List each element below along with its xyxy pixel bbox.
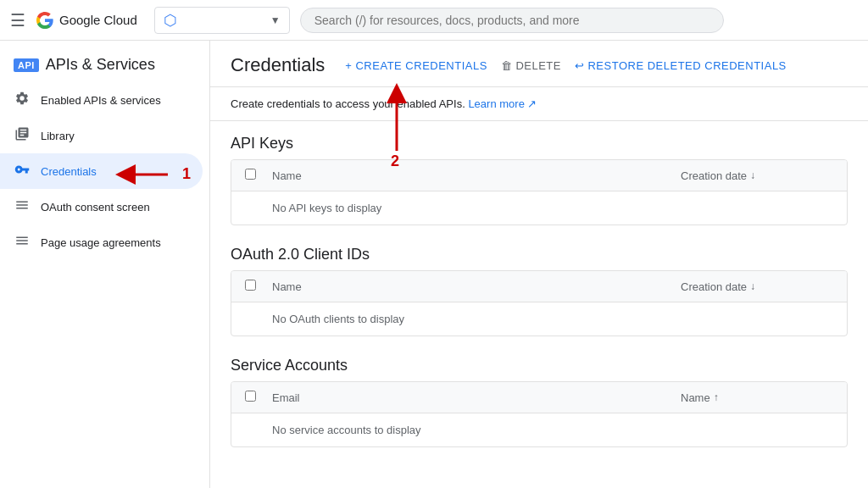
api-badge: API <box>14 58 39 72</box>
api-keys-empty: No API keys to display <box>231 191 847 225</box>
oauth-checkbox[interactable] <box>245 280 256 291</box>
google-logo-icon <box>36 11 54 30</box>
page-usage-icon <box>14 233 31 252</box>
sidebar-item-library[interactable]: Library <box>0 118 203 153</box>
info-bar: Create credentials to access your enable… <box>210 87 868 121</box>
search-input[interactable] <box>300 8 724 33</box>
oauth-clients-empty: No OAuth clients to display <box>231 302 847 336</box>
sidebar-item-label: Credentials <box>41 165 97 178</box>
sort-desc-icon: ↓ <box>750 280 755 292</box>
project-selector[interactable]: ⬡ ▼ <box>154 7 290 34</box>
page-title: Credentials <box>231 54 325 76</box>
service-accounts-table-header: Email Name ↑ <box>231 382 847 413</box>
oauth-clients-table: Name Creation date ↓ No OAuth clients to… <box>231 270 848 336</box>
sidebar-item-label: Page usage agreements <box>41 236 161 249</box>
project-dots-icon: ⬡ <box>164 11 177 30</box>
google-cloud-logo: Google Cloud <box>36 11 137 30</box>
credentials-header: Credentials + CREATE CREDENTIALS 🗑 DELET… <box>210 41 868 87</box>
sidebar-item-enabled-apis[interactable]: Enabled APIs & services <box>0 82 203 118</box>
oauth-clients-title: OAuth 2.0 Client IDs <box>231 232 848 270</box>
api-keys-title: API Keys <box>231 121 848 159</box>
service-accounts-empty: No service accounts to display <box>231 413 847 446</box>
sidebar-item-label: Library <box>41 130 75 142</box>
learn-more-link[interactable]: Learn more ↗ <box>468 97 537 110</box>
topbar: ☰ Google Cloud ⬡ ▼ <box>0 0 868 41</box>
api-keys-date-col[interactable]: Creation date ↓ <box>681 169 833 182</box>
sa-email-col: Email <box>272 391 681 404</box>
service-accounts-title: Service Accounts <box>231 343 848 381</box>
menu-icon[interactable]: ☰ <box>10 10 25 30</box>
api-keys-table-header: Name Creation date ↓ <box>231 160 847 191</box>
sidebar-title: APIs & Services <box>46 56 155 74</box>
api-keys-select-all[interactable] <box>245 169 272 182</box>
main-content: Credentials + CREATE CREDENTIALS 🗑 DELET… <box>210 41 868 488</box>
oauth-icon <box>14 197 31 216</box>
sidebar-header: API APIs & Services <box>0 47 209 82</box>
oauth-select-all[interactable] <box>245 280 272 293</box>
create-credentials-button[interactable]: + CREATE CREDENTIALS <box>345 59 487 72</box>
sort-asc-icon: ↑ <box>714 391 719 403</box>
trash-icon: 🗑 <box>501 59 513 72</box>
restore-button[interactable]: ↩ RESTORE DELETED CREDENTIALS <box>575 59 787 72</box>
sidebar-item-label: OAuth consent screen <box>41 201 150 214</box>
api-keys-section: API Keys Name Creation date ↓ No API key… <box>210 121 868 225</box>
sidebar-item-credentials[interactable]: Credentials <box>0 153 203 189</box>
delete-label: DELETE <box>515 59 561 72</box>
sidebar-item-page-usage[interactable]: Page usage agreements <box>0 225 203 260</box>
oauth-clients-table-header: Name Creation date ↓ <box>231 271 847 302</box>
sa-select-all[interactable] <box>245 391 272 404</box>
oauth-date-col[interactable]: Creation date ↓ <box>681 280 833 293</box>
library-icon <box>14 126 31 145</box>
logo-text: Google Cloud <box>59 13 137 27</box>
service-accounts-section: Service Accounts Email Name ↑ No service… <box>210 343 868 447</box>
oauth-name-col: Name <box>272 280 681 293</box>
sa-checkbox[interactable] <box>245 391 256 402</box>
chevron-down-icon: ▼ <box>270 14 281 26</box>
service-accounts-table: Email Name ↑ No service accounts to disp… <box>231 381 848 447</box>
sidebar-item-oauth-consent[interactable]: OAuth consent screen <box>0 189 203 225</box>
sidebar: API APIs & Services Enabled APIs & servi… <box>0 41 210 488</box>
info-text: Create credentials to access your enable… <box>231 97 465 110</box>
credentials-icon <box>14 162 31 180</box>
settings-icon <box>14 91 31 109</box>
credentials-actions: + CREATE CREDENTIALS 🗑 DELETE ↩ RESTORE … <box>345 59 787 72</box>
sort-desc-icon: ↓ <box>750 169 755 181</box>
api-keys-name-col: Name <box>272 169 681 182</box>
sa-name-col[interactable]: Name ↑ <box>681 391 833 404</box>
sidebar-item-label: Enabled APIs & services <box>41 94 161 107</box>
layout: API APIs & Services Enabled APIs & servi… <box>0 41 868 488</box>
oauth-clients-section: OAuth 2.0 Client IDs Name Creation date … <box>210 232 868 336</box>
restore-icon: ↩ <box>575 59 585 72</box>
restore-label: RESTORE DELETED CREDENTIALS <box>587 59 786 72</box>
api-keys-table: Name Creation date ↓ No API keys to disp… <box>231 159 848 225</box>
delete-button[interactable]: 🗑 DELETE <box>501 59 561 72</box>
api-keys-checkbox[interactable] <box>245 169 256 180</box>
